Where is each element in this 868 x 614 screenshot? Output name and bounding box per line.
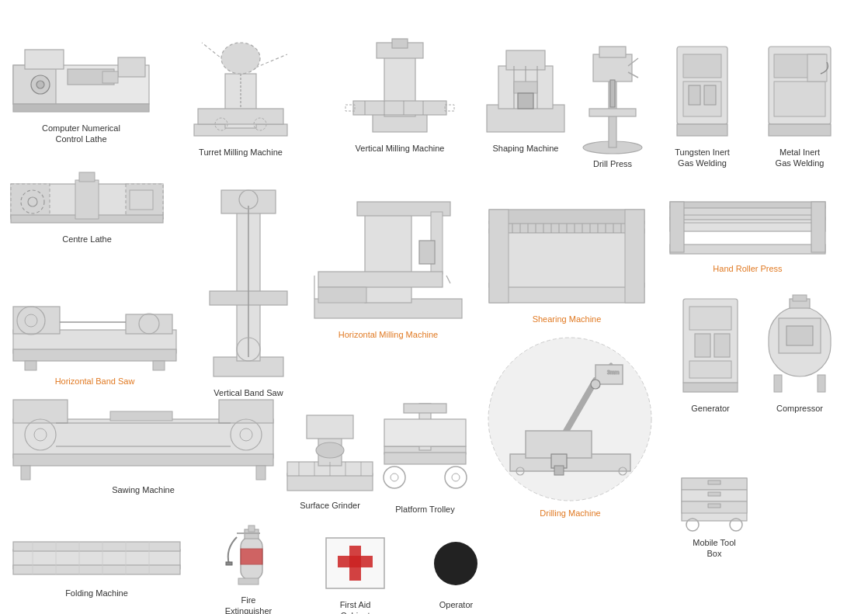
svg-point-165: [384, 467, 405, 488]
svg-rect-162: [404, 404, 446, 413]
svg-rect-121: [811, 202, 825, 252]
sawing-machine-label: Sawing Machine: [112, 484, 175, 495]
svg-rect-83: [365, 210, 411, 303]
svg-rect-138: [13, 454, 273, 466]
svg-rect-132: [786, 326, 813, 345]
centre-lathe-label: Centre Lathe: [62, 234, 112, 245]
svg-rect-2: [118, 57, 145, 77]
item-vertical-milling: Vertical Milling Machine: [342, 35, 458, 154]
svg-point-13: [221, 43, 260, 74]
item-cnc-lathe: Computer NumericalControl Lathe: [9, 42, 153, 145]
operator-label: Operator: [439, 599, 473, 610]
surface-grinder-label: Surface Grinder: [300, 500, 360, 511]
svg-rect-39: [593, 54, 632, 82]
svg-rect-50: [677, 124, 727, 136]
svg-rect-119: [670, 202, 825, 208]
svg-rect-199: [226, 562, 232, 565]
svg-rect-147: [110, 411, 172, 421]
item-turret-milling: Turret Milling Machine: [179, 35, 303, 158]
svg-text:3mm: 3mm: [607, 369, 620, 375]
horizontal-band-saw-label: Horizontal Band Saw: [55, 376, 135, 387]
mobile-tool-box-label: Mobile ToolBox: [693, 537, 735, 560]
item-horizontal-band-saw: Horizontal Band Saw: [9, 295, 180, 387]
svg-rect-148: [21, 466, 30, 480]
svg-point-167: [445, 467, 467, 488]
item-drilling-machine: 3mm Drilling Machine: [475, 334, 665, 519]
svg-rect-54: [807, 54, 827, 82]
svg-rect-74: [153, 361, 165, 370]
item-hand-roller-press: Hand Roller Press: [666, 198, 829, 274]
svg-point-154: [316, 442, 344, 458]
svg-rect-35: [514, 82, 537, 93]
svg-rect-192: [13, 542, 180, 551]
item-sawing-machine: Sawing Machine: [9, 396, 277, 495]
svg-rect-44: [610, 80, 615, 107]
svg-rect-21: [392, 39, 408, 48]
svg-rect-3: [25, 50, 64, 69]
item-mig-welding: Metal InertGas Welding: [757, 43, 842, 169]
svg-rect-87: [419, 241, 435, 264]
svg-rect-113: [489, 210, 644, 224]
svg-rect-136: [818, 375, 825, 392]
svg-line-90: [446, 276, 450, 283]
svg-point-166: [391, 474, 398, 481]
cnc-lathe-label: Computer NumericalControl Lathe: [42, 123, 120, 145]
svg-rect-120: [670, 202, 684, 252]
svg-rect-129: [683, 383, 738, 392]
svg-rect-114: [489, 210, 509, 303]
folding-machine-label: Folding Machine: [65, 588, 128, 598]
svg-rect-64: [79, 172, 95, 182]
svg-rect-46: [683, 54, 721, 78]
first-aid-cabinet-label: First AidCabinet: [340, 599, 371, 614]
vertical-milling-label: Vertical Milling Machine: [356, 143, 445, 154]
item-generator: Generator: [675, 291, 745, 414]
svg-rect-49: [704, 85, 716, 105]
svg-point-180: [591, 380, 600, 389]
svg-rect-134: [793, 295, 807, 301]
svg-rect-53: [774, 82, 825, 116]
mig-welding-label: Metal InertGas Welding: [776, 147, 825, 169]
diagram-container: Computer NumericalControl Lathe Turret M…: [0, 0, 868, 614]
item-drill-press: Drill Press: [578, 43, 648, 169]
svg-rect-127: [714, 334, 730, 357]
hand-roller-press-label: Hand Roller Press: [713, 263, 782, 274]
svg-rect-36: [518, 93, 533, 109]
svg-rect-163: [384, 419, 466, 446]
svg-rect-14: [198, 109, 283, 124]
svg-rect-186: [708, 492, 720, 496]
svg-rect-202: [248, 526, 255, 532]
item-horizontal-milling: Horizontal Milling Machine: [311, 198, 466, 340]
generator-label: Generator: [691, 403, 730, 414]
svg-point-7: [36, 81, 44, 88]
item-mobile-tool-box: Mobile ToolBox: [675, 472, 753, 560]
platform-trolley-label: Platform Trolley: [395, 504, 454, 515]
item-first-aid-cabinet: First AidCabinet: [322, 534, 388, 614]
svg-rect-126: [695, 334, 710, 357]
item-compressor: Compressor: [757, 291, 842, 414]
svg-rect-149: [256, 466, 266, 480]
svg-rect-125: [689, 307, 731, 330]
turret-milling-label: Turret Milling Machine: [199, 147, 283, 158]
svg-rect-164: [384, 453, 466, 464]
svg-rect-115: [625, 210, 644, 303]
svg-rect-116: [670, 245, 825, 254]
svg-rect-86: [318, 272, 443, 287]
svg-rect-48: [689, 85, 700, 105]
svg-rect-153: [307, 415, 353, 439]
item-platform-trolley: Platform Trolley: [380, 400, 470, 515]
fire-extinguisher-label: FireExtinguisher: [225, 595, 273, 614]
shaping-machine-label: Shaping Machine: [492, 143, 558, 154]
svg-rect-62: [130, 190, 153, 210]
svg-rect-40: [599, 47, 626, 57]
tig-welding-label: Tungsten InertGas Welding: [675, 147, 730, 169]
svg-rect-55: [769, 124, 831, 136]
item-surface-grinder: Surface Grinder: [283, 411, 377, 511]
svg-rect-135: [774, 375, 782, 392]
drilling-machine-label: Drilling Machine: [540, 508, 600, 519]
svg-rect-88: [318, 287, 366, 303]
item-tig-welding: Tungsten InertGas Welding: [669, 43, 735, 169]
item-operator: Operator: [423, 534, 489, 610]
shearing-machine-label: Shearing Machine: [533, 314, 602, 324]
svg-rect-22: [353, 101, 446, 115]
svg-rect-205: [241, 549, 262, 564]
